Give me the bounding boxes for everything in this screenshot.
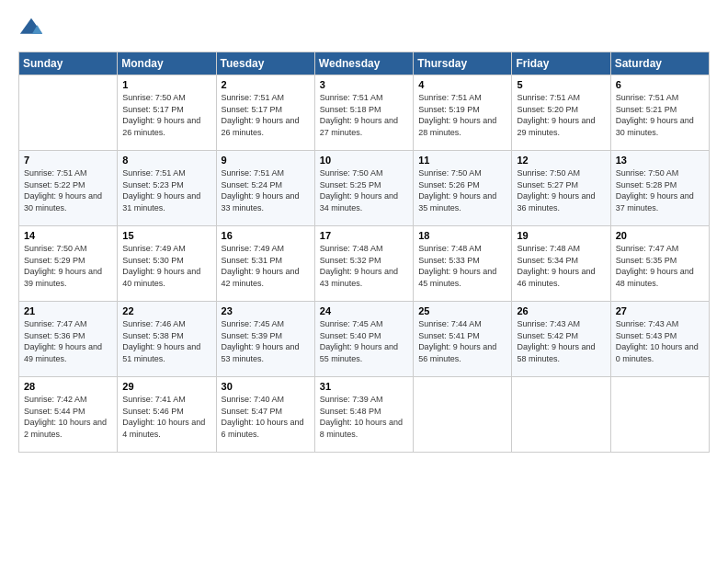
day-number: 31 (320, 381, 408, 392)
table-row: 8Sunrise: 7:51 AM Sunset: 5:23 PM Daylig… (118, 151, 216, 226)
calendar-table: Sunday Monday Tuesday Wednesday Thursday… (18, 52, 710, 453)
day-info: Sunrise: 7:47 AM Sunset: 5:36 PM Dayligh… (24, 318, 112, 364)
day-info: Sunrise: 7:51 AM Sunset: 5:17 PM Dayligh… (222, 92, 310, 138)
day-number: 18 (418, 230, 506, 241)
table-row: 24Sunrise: 7:45 AM Sunset: 5:40 PM Dayli… (314, 302, 413, 377)
day-number: 15 (122, 230, 210, 241)
table-row: 3Sunrise: 7:51 AM Sunset: 5:18 PM Daylig… (314, 75, 413, 151)
day-info: Sunrise: 7:50 AM Sunset: 5:17 PM Dayligh… (122, 92, 210, 138)
table-row: 28Sunrise: 7:42 AM Sunset: 5:44 PM Dayli… (19, 377, 118, 453)
day-number: 12 (517, 155, 605, 166)
day-info: Sunrise: 7:51 AM Sunset: 5:21 PM Dayligh… (616, 92, 704, 138)
day-number: 3 (320, 79, 408, 90)
day-number: 14 (24, 230, 112, 241)
day-number: 22 (122, 305, 210, 316)
day-number: 17 (320, 230, 408, 241)
day-info: Sunrise: 7:50 AM Sunset: 5:28 PM Dayligh… (616, 167, 704, 213)
day-number: 8 (122, 155, 210, 166)
day-number: 7 (24, 155, 112, 166)
day-info: Sunrise: 7:51 AM Sunset: 5:19 PM Dayligh… (418, 92, 506, 138)
header-row: Sunday Monday Tuesday Wednesday Thursday… (19, 52, 710, 75)
col-thursday: Thursday (414, 52, 512, 75)
table-row: 11Sunrise: 7:50 AM Sunset: 5:26 PM Dayli… (414, 151, 512, 226)
table-row (414, 377, 512, 453)
day-number: 20 (616, 230, 704, 241)
col-sunday: Sunday (19, 52, 118, 75)
day-info: Sunrise: 7:51 AM Sunset: 5:23 PM Dayligh… (122, 167, 210, 213)
day-number: 16 (222, 230, 310, 241)
day-info: Sunrise: 7:50 AM Sunset: 5:27 PM Dayligh… (517, 167, 605, 213)
col-tuesday: Tuesday (216, 52, 314, 75)
day-info: Sunrise: 7:51 AM Sunset: 5:18 PM Dayligh… (320, 92, 408, 138)
table-row: 31Sunrise: 7:39 AM Sunset: 5:48 PM Dayli… (314, 377, 413, 453)
day-info: Sunrise: 7:48 AM Sunset: 5:33 PM Dayligh… (418, 243, 506, 289)
table-row: 5Sunrise: 7:51 AM Sunset: 5:20 PM Daylig… (512, 75, 610, 151)
day-number: 6 (616, 79, 704, 90)
day-info: Sunrise: 7:43 AM Sunset: 5:43 PM Dayligh… (616, 318, 704, 364)
day-number: 13 (616, 155, 704, 166)
day-info: Sunrise: 7:42 AM Sunset: 5:44 PM Dayligh… (24, 394, 112, 440)
table-row: 7Sunrise: 7:51 AM Sunset: 5:22 PM Daylig… (19, 151, 118, 226)
day-number: 2 (222, 79, 310, 90)
day-number: 23 (222, 305, 310, 316)
table-row: 23Sunrise: 7:45 AM Sunset: 5:39 PM Dayli… (216, 302, 314, 377)
day-number: 11 (418, 155, 506, 166)
day-info: Sunrise: 7:50 AM Sunset: 5:26 PM Dayligh… (418, 167, 506, 213)
day-info: Sunrise: 7:50 AM Sunset: 5:29 PM Dayligh… (24, 243, 112, 289)
day-info: Sunrise: 7:46 AM Sunset: 5:38 PM Dayligh… (122, 318, 210, 364)
table-row: 19Sunrise: 7:48 AM Sunset: 5:34 PM Dayli… (512, 226, 610, 302)
day-info: Sunrise: 7:48 AM Sunset: 5:34 PM Dayligh… (517, 243, 605, 289)
page: Sunday Monday Tuesday Wednesday Thursday… (0, 0, 728, 462)
table-row: 1Sunrise: 7:50 AM Sunset: 5:17 PM Daylig… (118, 75, 216, 151)
table-row: 29Sunrise: 7:41 AM Sunset: 5:46 PM Dayli… (118, 377, 216, 453)
day-number: 10 (320, 155, 408, 166)
table-row: 2Sunrise: 7:51 AM Sunset: 5:17 PM Daylig… (216, 75, 314, 151)
day-number: 9 (222, 155, 310, 166)
table-row: 27Sunrise: 7:43 AM Sunset: 5:43 PM Dayli… (610, 302, 709, 377)
table-row: 21Sunrise: 7:47 AM Sunset: 5:36 PM Dayli… (19, 302, 118, 377)
table-row: 13Sunrise: 7:50 AM Sunset: 5:28 PM Dayli… (610, 151, 709, 226)
day-number: 28 (24, 381, 112, 392)
day-number: 30 (222, 381, 310, 392)
table-row (610, 377, 709, 453)
table-row: 25Sunrise: 7:44 AM Sunset: 5:41 PM Dayli… (414, 302, 512, 377)
day-number: 26 (517, 305, 605, 316)
table-row: 15Sunrise: 7:49 AM Sunset: 5:30 PM Dayli… (118, 226, 216, 302)
logo (18, 17, 48, 42)
calendar-body: 1Sunrise: 7:50 AM Sunset: 5:17 PM Daylig… (19, 75, 710, 453)
table-row (512, 377, 610, 453)
day-info: Sunrise: 7:47 AM Sunset: 5:35 PM Dayligh… (616, 243, 704, 289)
day-number: 5 (517, 79, 605, 90)
day-number: 29 (122, 381, 210, 392)
day-info: Sunrise: 7:51 AM Sunset: 5:22 PM Dayligh… (24, 167, 112, 213)
table-row: 26Sunrise: 7:43 AM Sunset: 5:42 PM Dayli… (512, 302, 610, 377)
col-friday: Friday (512, 52, 610, 75)
day-number: 24 (320, 305, 408, 316)
table-row: 9Sunrise: 7:51 AM Sunset: 5:24 PM Daylig… (216, 151, 314, 226)
logo-icon (18, 17, 44, 42)
table-row: 16Sunrise: 7:49 AM Sunset: 5:31 PM Dayli… (216, 226, 314, 302)
table-row: 30Sunrise: 7:40 AM Sunset: 5:47 PM Dayli… (216, 377, 314, 453)
table-row: 18Sunrise: 7:48 AM Sunset: 5:33 PM Dayli… (414, 226, 512, 302)
day-info: Sunrise: 7:51 AM Sunset: 5:24 PM Dayligh… (222, 167, 310, 213)
day-info: Sunrise: 7:48 AM Sunset: 5:32 PM Dayligh… (320, 243, 408, 289)
table-row: 12Sunrise: 7:50 AM Sunset: 5:27 PM Dayli… (512, 151, 610, 226)
day-info: Sunrise: 7:49 AM Sunset: 5:31 PM Dayligh… (222, 243, 310, 289)
day-number: 4 (418, 79, 506, 90)
day-info: Sunrise: 7:44 AM Sunset: 5:41 PM Dayligh… (418, 318, 506, 364)
day-info: Sunrise: 7:51 AM Sunset: 5:20 PM Dayligh… (517, 92, 605, 138)
day-info: Sunrise: 7:50 AM Sunset: 5:25 PM Dayligh… (320, 167, 408, 213)
day-info: Sunrise: 7:49 AM Sunset: 5:30 PM Dayligh… (122, 243, 210, 289)
table-row: 10Sunrise: 7:50 AM Sunset: 5:25 PM Dayli… (314, 151, 413, 226)
table-row (19, 75, 118, 151)
col-monday: Monday (118, 52, 216, 75)
day-number: 27 (616, 305, 704, 316)
day-info: Sunrise: 7:39 AM Sunset: 5:48 PM Dayligh… (320, 394, 408, 440)
day-info: Sunrise: 7:41 AM Sunset: 5:46 PM Dayligh… (122, 394, 210, 440)
day-info: Sunrise: 7:43 AM Sunset: 5:42 PM Dayligh… (517, 318, 605, 364)
col-saturday: Saturday (610, 52, 709, 75)
day-number: 19 (517, 230, 605, 241)
day-info: Sunrise: 7:45 AM Sunset: 5:40 PM Dayligh… (320, 318, 408, 364)
table-row: 20Sunrise: 7:47 AM Sunset: 5:35 PM Dayli… (610, 226, 709, 302)
header (18, 17, 710, 42)
